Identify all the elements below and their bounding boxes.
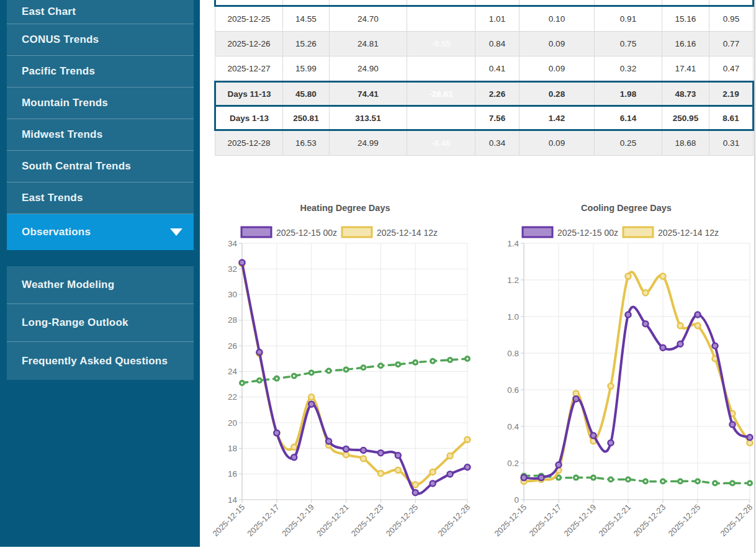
- sidebar-item-east-trends[interactable]: East Trends: [7, 182, 194, 214]
- value-cell: [662, 0, 709, 6]
- value-cell: 250.81: [283, 106, 330, 130]
- value-cell: 0.47: [709, 56, 754, 82]
- sidebar-item-midwest-trends[interactable]: Midwest Trends: [7, 119, 194, 151]
- value-cell: 2.19: [709, 82, 754, 106]
- value-cell: [595, 0, 662, 6]
- y-axis-tick-label: 0.4: [507, 422, 519, 431]
- value-cell: 6.14: [595, 106, 662, 130]
- sidebar-item-conus-trends[interactable]: CONUS Trends: [7, 24, 194, 56]
- table-row: 2025-12-2615.2624.81-9.550.840.090.7516.…: [215, 32, 754, 56]
- value-cell: 24.70: [330, 6, 407, 32]
- y-axis-tick-label: 26: [228, 341, 237, 351]
- legend-swatch: [342, 227, 372, 237]
- x-axis-tick-label: 2025-12-23: [631, 503, 667, 539]
- y-axis-tick-label: 0.8: [507, 349, 519, 358]
- value-cell: 0.95: [709, 6, 754, 32]
- x-axis-tick-label: 2025-12-28: [718, 503, 754, 539]
- value-cell: 74.41: [330, 82, 407, 106]
- sidebar-item-label: Mountain Trends: [22, 97, 108, 109]
- legend-label: 2025-12-14 12z: [658, 228, 719, 238]
- sidebar-item-label: South Central Trends: [22, 160, 131, 173]
- value-cell: 15.16: [662, 6, 709, 32]
- table-row: 2025-12-2514.5524.70-10.151.010.100.9115…: [215, 6, 754, 32]
- y-axis-tick-label: 0: [514, 495, 519, 505]
- value-cell: 0.25: [595, 130, 662, 156]
- y-axis-tick-label: 24: [228, 367, 238, 376]
- y-axis-tick-label: 32: [228, 264, 237, 274]
- sidebar-nav-secondary: Weather Modeling Long-Range Outlook Freq…: [0, 266, 200, 380]
- series-normal: [239, 356, 470, 386]
- sidebar-item-label: CONUS Trends: [22, 34, 99, 46]
- chart-legend[interactable]: 2025-12-15 00z2025-12-14 12z: [523, 227, 719, 238]
- value-cell: [330, 0, 407, 6]
- value-cell: 16.16: [662, 32, 709, 56]
- value-cell: 0.09: [520, 56, 595, 82]
- value-cell: 8.61: [709, 106, 754, 130]
- value-cell: 7.56: [475, 106, 520, 130]
- cooling-degree-days-chart: Cooling Degree Days2025-12-15 00z2025-12…: [496, 192, 756, 547]
- value-cell: 45.80: [283, 82, 330, 106]
- chart-title: Heating Degree Days: [300, 203, 390, 213]
- row-label: 2025-12-26: [215, 32, 283, 56]
- value-cell: [475, 0, 520, 6]
- value-cell: 0.77: [709, 32, 754, 56]
- y-axis-tick-label: 16: [228, 469, 237, 479]
- sidebar-item-east-chart[interactable]: East Chart: [7, 0, 194, 24]
- sidebar-item-observations[interactable]: Observations: [7, 214, 194, 250]
- anomaly-cell: -10.15: [407, 6, 475, 32]
- anomaly-cell: -8.46: [407, 130, 475, 156]
- y-axis-tick-label: 22: [228, 392, 237, 402]
- anomaly-cell: -62.70: [407, 106, 475, 130]
- value-cell: 16.53: [283, 130, 330, 156]
- y-axis-tick-label: 1.2: [507, 276, 519, 285]
- value-cell: 24.99: [330, 130, 407, 156]
- value-cell: 2.26: [475, 82, 520, 106]
- x-axis-tick-label: 2025-12-23: [349, 503, 385, 539]
- sidebar-item-long-range-outlook[interactable]: Long-Range Outlook: [7, 304, 194, 342]
- chart-legend[interactable]: 2025-12-15 00z2025-12-14 12z: [241, 227, 438, 238]
- value-cell: 0.09: [520, 32, 595, 56]
- value-cell: 0.32: [595, 56, 662, 82]
- y-axis-tick-label: 30: [228, 290, 237, 299]
- value-cell: 24.90: [330, 56, 407, 82]
- sidebar-item-mountain-trends[interactable]: Mountain Trends: [7, 88, 194, 119]
- sidebar-item-label: East Chart: [22, 6, 76, 18]
- chevron-down-icon: [170, 228, 182, 236]
- row-label: 2025-12-28: [215, 130, 283, 156]
- value-cell: 15.99: [283, 56, 330, 82]
- y-axis-tick-label: 18: [228, 444, 237, 453]
- series-2025-12-14-12z: [240, 261, 470, 488]
- row-label: Days 11-13: [215, 82, 283, 106]
- sidebar-item-south-central-trends[interactable]: South Central Trends: [7, 151, 194, 182]
- heating-degree-days-chart: Heating Degree Days2025-12-15 00z2025-12…: [215, 192, 475, 547]
- row-label: 2025-12-25: [215, 6, 283, 32]
- x-axis-tick-label: 2025-12-25: [384, 503, 420, 539]
- sidebar-item-weather-modeling[interactable]: Weather Modeling: [7, 266, 194, 304]
- value-cell: 1.98: [595, 82, 662, 106]
- x-axis-tick-label: 2025-12-17: [527, 503, 563, 539]
- row-label: 2025-12-27: [215, 56, 283, 82]
- value-cell: 0.10: [520, 6, 595, 32]
- sidebar-item-label: East Trends: [22, 192, 83, 204]
- row-label: [215, 0, 283, 6]
- sidebar-item-faq[interactable]: Frequently Asked Questions: [7, 342, 194, 380]
- legend-label: 2025-12-14 12z: [377, 228, 438, 238]
- y-axis-tick-label: 1.0: [507, 312, 519, 321]
- legend-swatch: [523, 227, 552, 237]
- x-axis-tick-label: 2025-12-15: [210, 503, 246, 539]
- sidebar-nav-primary: East Chart CONUS Trends Pacific Trends M…: [0, 0, 200, 250]
- legend-swatch: [241, 227, 271, 237]
- sidebar-item-pacific-trends[interactable]: Pacific Trends: [7, 56, 194, 88]
- x-axis-tick-label: 2025-12-19: [562, 503, 598, 539]
- series-2025-12-14-12z: [521, 272, 753, 484]
- value-cell: 18.68: [662, 130, 709, 156]
- value-cell: 17.41: [662, 56, 709, 82]
- chart-grid: [239, 243, 467, 503]
- y-axis-tick-label: 14: [228, 495, 238, 505]
- table-row-clipped: [215, 0, 754, 6]
- chart-grid: [521, 243, 750, 503]
- value-cell: 0.09: [520, 130, 595, 156]
- table-row: 2025-12-2816.5324.99-8.460.340.090.2518.…: [215, 130, 754, 156]
- table-row: Days 11-1345.8074.41-28.612.260.281.9848…: [215, 82, 754, 106]
- value-cell: 1.01: [475, 6, 520, 32]
